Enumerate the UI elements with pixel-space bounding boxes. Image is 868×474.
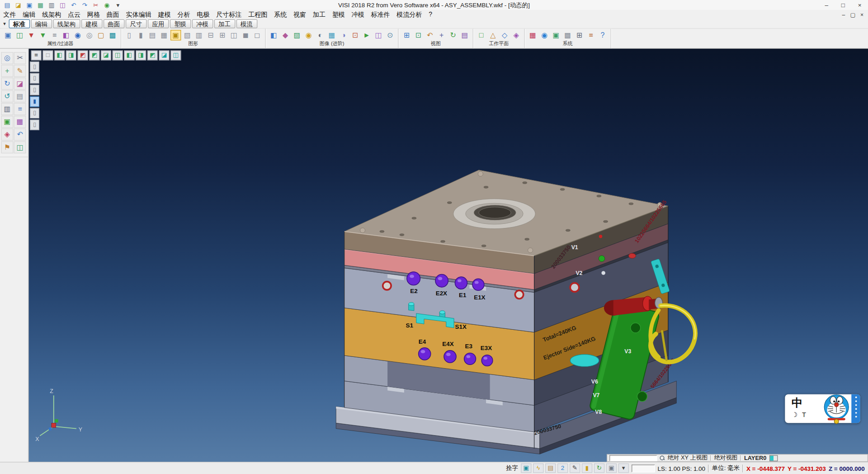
ime-language-indicator[interactable]: 中 <box>792 395 802 410</box>
textures-icon[interactable]: ▨ <box>292 30 302 40</box>
doc-minimize-button[interactable]: – <box>842 12 845 18</box>
rotate-view-icon[interactable]: ↻ <box>448 30 458 40</box>
menu-item[interactable]: 工程图 <box>245 10 271 19</box>
trim-tool-icon[interactable]: ✂ <box>14 52 26 64</box>
toolbar-tab[interactable]: 冲模 <box>192 19 213 28</box>
panel-clipboard-6[interactable]: ▯ <box>30 119 39 130</box>
toolbar-tab[interactable]: 线架构 <box>53 19 80 28</box>
panel-clipboard-3[interactable]: ▯ <box>30 85 39 95</box>
match-properties-icon[interactable]: ◫ <box>14 30 25 40</box>
screen-icon[interactable]: ▣ <box>551 30 561 40</box>
snapshot-icon[interactable]: ⊡ <box>350 30 360 40</box>
workplane-standard-icon[interactable]: □ <box>476 30 486 40</box>
globe-icon[interactable]: ◉ <box>539 30 550 40</box>
workplane-view-icon[interactable]: ◈ <box>511 30 521 40</box>
cut-icon[interactable]: ✂ <box>91 1 101 9</box>
doc-restore-button[interactable]: ▢ <box>850 12 855 18</box>
named-views-icon[interactable]: ▤ <box>459 30 470 40</box>
calculator-icon[interactable]: ⊞ <box>574 30 585 40</box>
sheet-tool-icon[interactable]: ▤ <box>14 90 26 103</box>
toolbar-tab[interactable]: 应用 <box>147 19 169 28</box>
erase-tool-icon[interactable]: ◪ <box>14 77 26 90</box>
viewport-canvas[interactable]: 10225664/10225665 200033750 Total=240KG … <box>29 49 868 462</box>
clip-plane-icon[interactable]: ◫ <box>229 30 239 40</box>
workplane-3points-icon[interactable]: △ <box>488 30 498 40</box>
layer-box-icon[interactable]: ▣ <box>606 464 617 473</box>
panel-clipboard-2[interactable]: ▯ <box>30 73 39 84</box>
doc-close-button[interactable]: × <box>860 12 863 18</box>
view-dimetric-icon[interactable]: ◩ <box>77 50 88 60</box>
view-right-icon[interactable]: ◫ <box>113 50 123 60</box>
database-icon[interactable]: ▮ <box>582 464 592 473</box>
undo-icon[interactable]: ↶ <box>69 1 79 9</box>
shadows-icon[interactable]: ◐ <box>315 30 326 40</box>
flag-tool-icon[interactable]: ⚑ <box>1 141 13 153</box>
regen-icon[interactable]: ▮ <box>136 30 146 40</box>
grid-settings-icon[interactable]: ▩ <box>562 30 573 40</box>
pan-icon[interactable]: + <box>436 30 447 40</box>
tab-dropdown-icon[interactable]: ▾ <box>2 21 8 27</box>
copy-tool-icon[interactable]: ◫ <box>14 141 26 153</box>
plot-icon[interactable]: ◫ <box>57 1 67 9</box>
lights-icon[interactable]: ◉ <box>303 30 314 40</box>
show-all-icon[interactable]: ◉ <box>72 30 83 40</box>
save-icon[interactable]: ▣ <box>24 1 34 9</box>
view-bottom-icon[interactable]: ◩ <box>147 50 158 60</box>
redo-icon[interactable]: ↷ <box>80 1 90 9</box>
toolbar-tab[interactable]: 塑膜 <box>170 19 191 28</box>
active-layer-label[interactable]: LAYER0 <box>744 455 767 461</box>
ime-moon-icon[interactable]: ☽ <box>792 411 797 418</box>
layer-filter-icon[interactable]: ≡ <box>49 30 60 40</box>
coordinate-mode-label[interactable]: 绝对视图 <box>714 454 737 462</box>
ime-popup[interactable]: 中 ☽T <box>785 394 860 423</box>
menu-item[interactable]: 尺寸标注 <box>213 10 245 19</box>
units-readout[interactable]: 单位: 毫米 <box>712 464 740 472</box>
filter-red-icon[interactable]: ▼ <box>26 30 37 40</box>
panel-clipboard-4[interactable]: ▮ <box>30 96 39 107</box>
mesh-tool-icon[interactable]: ▦ <box>14 116 26 128</box>
menu-item[interactable]: 文件 <box>0 10 19 19</box>
toolbar-tab[interactable]: 加工 <box>214 19 235 28</box>
color-filter-icon[interactable]: ◧ <box>61 30 71 40</box>
layers-tool-icon[interactable]: ≡ <box>14 103 26 115</box>
menu-item[interactable]: 标准件 <box>368 10 393 19</box>
view-mode-label[interactable]: 绝对 XY 上视图 <box>668 454 708 462</box>
toolbar-tab[interactable]: 尺寸 <box>125 19 146 28</box>
layer-dropdown-icon[interactable]: ▾ <box>618 464 629 473</box>
menu-item[interactable]: 冲模 <box>348 10 368 19</box>
sketch-tool-icon[interactable]: ✎ <box>14 65 26 77</box>
zoom-fit-icon[interactable]: ⊞ <box>401 30 412 40</box>
menu-item[interactable]: 网格 <box>84 10 104 19</box>
undo-tool-icon[interactable]: ↶ <box>14 128 26 141</box>
toolbar-tab[interactable]: 编辑 <box>31 19 52 28</box>
isolate-icon[interactable]: ▢ <box>96 30 106 40</box>
wireframe-view-icon[interactable]: ▧ <box>182 30 193 40</box>
menu-item[interactable]: 建模 <box>155 10 174 19</box>
move-tool-icon[interactable]: + <box>1 65 13 77</box>
properties-icon[interactable]: ▣ <box>3 30 13 40</box>
maximize-button[interactable]: □ <box>835 0 852 10</box>
menu-item[interactable]: 电极 <box>193 10 213 19</box>
new-file-icon[interactable]: ▤ <box>2 1 12 9</box>
menu-item[interactable]: 塑模 <box>329 10 348 19</box>
zoom-previous-icon[interactable]: ↶ <box>425 30 435 40</box>
menu-item[interactable]: 曲面 <box>103 10 123 19</box>
toolbar-tab[interactable]: 曲面 <box>103 19 124 28</box>
flash-icon[interactable]: ϟ <box>533 464 543 473</box>
menu-item[interactable]: ? <box>425 10 436 19</box>
perspective-icon[interactable]: ⊞ <box>217 30 227 40</box>
display-list-icon[interactable]: ▤ <box>147 30 158 40</box>
quick-search-input[interactable] <box>609 455 657 461</box>
reflection-icon[interactable]: ◑ <box>338 30 349 40</box>
zoom-tool-icon[interactable]: ◎ <box>1 52 13 64</box>
menu-item[interactable]: 模流分析 <box>393 10 425 19</box>
animation-icon[interactable]: ► <box>362 30 372 40</box>
view-custom-icon[interactable]: ◫ <box>170 50 181 60</box>
menu-item[interactable]: 加工 <box>309 10 329 19</box>
render-icon[interactable]: ◧ <box>269 30 279 40</box>
redraw-icon[interactable]: ▯ <box>124 30 134 40</box>
selection-mask-icon[interactable]: ▩ <box>108 30 118 40</box>
menu-item[interactable]: 系统 <box>271 10 290 19</box>
materials-icon[interactable]: ◆ <box>280 30 291 40</box>
view-back-icon[interactable]: ◨ <box>136 50 146 60</box>
